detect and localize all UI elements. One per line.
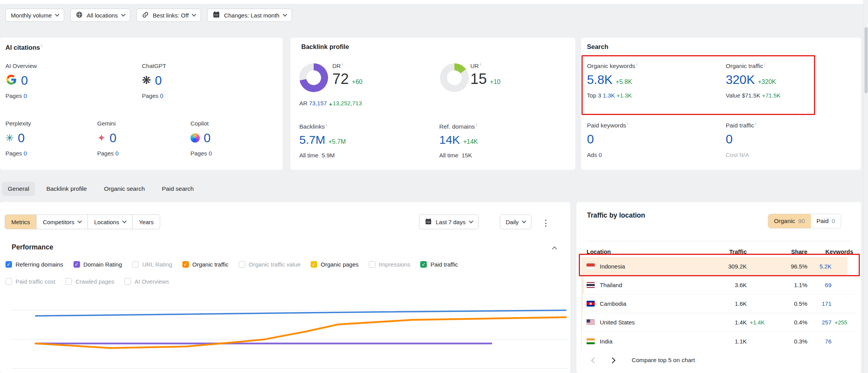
best-links-dropdown[interactable]: Best links: Off xyxy=(136,9,201,22)
checkbox-icon xyxy=(311,261,317,268)
metric-checkbox-paid-traffic-cost[interactable]: Paid traffic cost xyxy=(5,278,55,285)
metric-checkbox-domain-rating[interactable]: Domain Rating xyxy=(73,261,122,268)
perplexity-pages-link[interactable]: 0 xyxy=(24,150,27,157)
ads-value-link[interactable]: 0 xyxy=(599,152,602,158)
calendar-icon xyxy=(213,11,220,19)
top3-delta: +1.3K xyxy=(617,92,632,99)
scrollbar-track[interactable] xyxy=(863,0,868,373)
backlinks-alltime: 5.9M xyxy=(322,152,335,159)
copilot-count[interactable]: 0 xyxy=(204,132,211,144)
table-pager: Compare top 5 on chart xyxy=(592,357,695,364)
metric-checkbox-ai-overviews[interactable]: AI Overviews xyxy=(124,278,169,285)
perplexity-icon: ✳ xyxy=(5,133,14,143)
location-row-united-states[interactable]: United States 1.4K +1.4K 0.4% 257 +255 xyxy=(581,313,857,332)
performance-title: Performance xyxy=(12,243,53,251)
metric-checkbox-paid-traffic[interactable]: Paid traffic xyxy=(420,261,458,268)
toggle-paid[interactable]: Paid0 xyxy=(811,214,841,228)
collapse-chevron-icon[interactable] xyxy=(553,247,556,251)
segment-locations[interactable]: Locations xyxy=(87,215,132,229)
metric-checkbox-referring-domains[interactable]: Referring domains xyxy=(5,261,63,268)
compare-top5-link[interactable]: Compare top 5 on chart xyxy=(632,357,695,364)
flag-united-states-icon xyxy=(587,319,595,325)
top3-value-link[interactable]: 1.3K xyxy=(603,92,615,99)
info-icon: i xyxy=(764,62,765,66)
location-row-indonesia[interactable]: Indonesia 309.2K 96.5% 5.2K xyxy=(581,257,857,276)
perplexity-count[interactable]: 0 xyxy=(18,132,25,144)
ar-value-link[interactable]: 73,157 xyxy=(309,100,327,106)
scrollbar-thumb[interactable] xyxy=(865,27,868,93)
keywords-link[interactable]: 5.2K xyxy=(807,263,831,270)
more-options-menu[interactable] xyxy=(543,218,548,228)
chart-mode-segments: Metrics Competitors Locations Years xyxy=(5,214,160,229)
checkbox-icon xyxy=(239,261,245,268)
chevron-down-icon xyxy=(192,12,196,16)
window-top-strip xyxy=(0,0,868,4)
chatgpt-pages-link[interactable]: 0 xyxy=(160,92,163,99)
ref-domains-delta: +14K xyxy=(463,138,478,145)
keywords-link[interactable]: 171 xyxy=(807,300,831,307)
info-icon: i xyxy=(636,62,637,66)
date-range-dropdown[interactable]: Last 7 days xyxy=(419,214,479,229)
organic-keywords-value-link[interactable]: 5.8K xyxy=(587,73,613,86)
backlinks-value-link[interactable]: 5.7M xyxy=(299,134,325,146)
backlink-profile-title: Backlink profile xyxy=(301,43,349,51)
monthly-volume-dropdown[interactable]: Monthly volume xyxy=(5,9,64,22)
dr-value: 72 xyxy=(332,71,349,87)
info-icon: i xyxy=(755,121,756,126)
chevron-down-icon xyxy=(122,219,127,223)
location-row-cambodia[interactable]: Cambodia 1.6K 0.5% 171 xyxy=(581,295,857,313)
locations-dropdown[interactable]: All locations xyxy=(70,9,130,22)
performance-chart[interactable] xyxy=(12,305,568,371)
flag-indonesia-icon xyxy=(587,263,595,269)
chatgpt-count[interactable]: 0 xyxy=(155,74,162,87)
metric-checkbox-url-rating[interactable]: URL Rating xyxy=(132,261,172,268)
location-row-thailand[interactable]: Thailand 3.6K 1.1% 69 xyxy=(581,276,857,295)
gemini-icon: ✦ xyxy=(97,133,106,143)
paid-keywords-value-link[interactable]: 0 xyxy=(587,133,594,145)
ref-domains-alltime: 15K xyxy=(462,152,472,159)
location-row-india[interactable]: India 1.1K 0.3% 76 xyxy=(581,332,857,350)
info-icon: i xyxy=(326,122,327,127)
gemini-count[interactable]: 0 xyxy=(110,132,117,144)
metric-checkbox-organic-traffic-value[interactable]: Organic traffic value xyxy=(239,261,300,268)
granularity-label: Daily xyxy=(506,219,519,225)
ai-overview-stat: AI Overview 0 Pages 0 xyxy=(5,63,37,99)
keywords-link[interactable]: 76 xyxy=(807,338,831,345)
organic-traffic-value-link[interactable]: 320K xyxy=(726,73,755,86)
copilot-pages-link[interactable]: 0 xyxy=(209,150,212,157)
segment-years[interactable]: Years xyxy=(132,215,160,229)
metric-checkbox-organic-pages[interactable]: Organic pages xyxy=(311,261,359,268)
metric-checkbox-impressions[interactable]: Impressions xyxy=(369,261,410,268)
tab-backlink-profile[interactable]: Backlink profile xyxy=(40,182,93,196)
pager-next-icon[interactable] xyxy=(610,357,616,363)
tab-organic-search[interactable]: Organic search xyxy=(98,182,150,196)
chevron-down-icon xyxy=(121,12,125,16)
toggle-organic[interactable]: Organic90 xyxy=(768,214,811,228)
granularity-dropdown[interactable]: Daily xyxy=(500,214,531,229)
pager-previous-icon[interactable] xyxy=(591,357,597,363)
organic-traffic-delta: +320K xyxy=(758,78,776,85)
search-title: Search xyxy=(587,43,608,51)
tab-general[interactable]: General xyxy=(2,182,35,196)
segment-metrics[interactable]: Metrics xyxy=(5,215,36,229)
ai-overview-pages-link[interactable]: 0 xyxy=(24,92,27,99)
metric-checkbox-row-1: Referring domains Domain Rating URL Rati… xyxy=(5,261,458,268)
paid-traffic-value-link[interactable]: 0 xyxy=(726,133,733,145)
metric-checkbox-row-2: Paid traffic cost Crawled pages AI Overv… xyxy=(5,278,169,285)
metric-checkbox-organic-traffic[interactable]: Organic traffic xyxy=(182,261,229,268)
paid-traffic-stat: Paid traffici 0 Cost N/A xyxy=(726,121,756,158)
ai-overview-count[interactable]: 0 xyxy=(21,74,28,87)
chevron-down-icon xyxy=(283,12,287,16)
changes-dropdown[interactable]: Changes: Last month xyxy=(207,9,292,22)
segment-competitors[interactable]: Competitors xyxy=(36,215,87,229)
ref-domains-value-link[interactable]: 14K xyxy=(439,134,460,146)
keywords-link[interactable]: 257 xyxy=(807,319,831,326)
flag-india-icon xyxy=(587,338,595,344)
checkbox-icon xyxy=(65,278,72,285)
keywords-link[interactable]: 69 xyxy=(807,282,831,288)
gemini-pages-link[interactable]: 0 xyxy=(115,150,119,157)
performance-panel: Metrics Competitors Locations Years Last… xyxy=(0,202,570,373)
organic-keywords-stat: Organic keywordsi 5.8K+5.8K Top 3 1.3K +… xyxy=(587,62,637,99)
tab-paid-search[interactable]: Paid search xyxy=(156,182,200,196)
metric-checkbox-crawled-pages[interactable]: Crawled pages xyxy=(65,278,114,285)
